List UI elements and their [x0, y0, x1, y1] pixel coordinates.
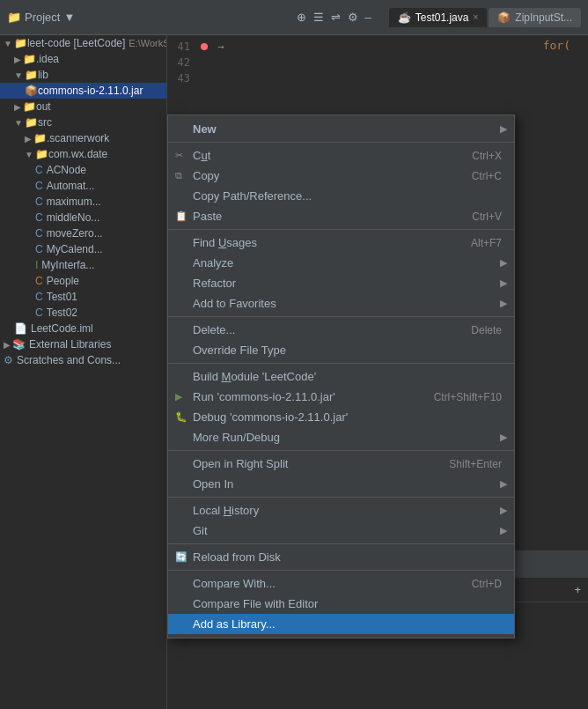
folder-icon: 📁 [25, 69, 38, 81]
sidebar-item-scratches[interactable]: ⚙ Scratches and Cons... [0, 352, 166, 368]
menu-find-label: Find Usages [193, 236, 257, 249]
menu-debug-label: Debug 'commons-io-2.11.0.jar' [193, 410, 348, 424]
menu-compare-editor-label: Compare File with Editor [193, 597, 318, 610]
paste-icon: 📋 [175, 210, 187, 222]
code-snippet-for: for( [543, 39, 570, 52]
menu-item-copy-path[interactable]: Copy Path/Reference... [168, 186, 514, 206]
breakpoint-indicator[interactable] [201, 43, 208, 50]
folder-icon: 📁 [14, 37, 27, 49]
menu-item-local-history[interactable]: Local History ▶ [168, 500, 514, 521]
menu-item-favorites[interactable]: Add to Favorites ▶ [168, 293, 514, 314]
sidebar-item-ext-libraries[interactable]: ▶ 📚 External Libraries [0, 336, 166, 352]
menu-item-git[interactable]: Git ▶ [168, 521, 514, 541]
sidebar-acnode-label: ACNode [47, 164, 86, 176]
sidebar-item-src[interactable]: ▼ 📁 src [0, 114, 166, 130]
menu-item-delete[interactable]: Delete... Delete [168, 320, 514, 340]
menu-open-in-label: Open In [193, 477, 233, 491]
folder-icon: 📁 [25, 116, 38, 129]
debug-icon: 🐛 [175, 411, 187, 423]
menu-item-add-library[interactable]: Add as Library... [168, 614, 514, 634]
menu-local-history-label: Local History [193, 504, 259, 517]
submenu-arrow-analyze: ▶ [500, 257, 507, 269]
sidebar-root-label: leet-code [LeetCode] [27, 37, 125, 49]
sidebar-item-acnode[interactable]: C ACNode [0, 162, 166, 178]
sidebar-item-maximum[interactable]: C maximum... [0, 194, 166, 210]
sidebar: ▼ 📁 leet-code [LeetCode] E:\WorkSpace\le… [0, 35, 167, 709]
sidebar-item-lib[interactable]: ▼ 📁 lib [0, 67, 166, 83]
separator-4 [168, 363, 514, 364]
menu-item-compare-editor[interactable]: Compare File with Editor [168, 594, 514, 614]
menu-item-analyze[interactable]: Analyze ▶ [168, 253, 514, 273]
project-selector[interactable]: 📁 Project ▼ [7, 11, 75, 24]
tab-test01-close[interactable]: × [473, 12, 478, 22]
sidebar-item-people[interactable]: C People [0, 273, 166, 289]
menu-copy-label: Copy [193, 169, 219, 182]
sidebar-item-commons-jar[interactable]: 📦 commons-io-2.11.0.jar [0, 83, 166, 99]
chevron-right-icon: ▶ [25, 134, 32, 144]
folder-icon: 📁 [7, 11, 21, 24]
sidebar-middleno-label: middleNo... [47, 211, 100, 224]
sidebar-item-test02[interactable]: C Test02 [0, 305, 166, 321]
tab-zipinputst[interactable]: 📦 ZipInputSt... [489, 8, 581, 27]
sidebar-item-automat[interactable]: C Automat... [0, 178, 166, 194]
menu-paste-label: Paste [193, 210, 222, 223]
paste-shortcut: Ctrl+V [454, 210, 502, 223]
sidebar-item-comwxdate[interactable]: ▼ 📁 com.wx.date [0, 146, 166, 162]
menu-item-open-right-split[interactable]: Open in Right Split Shift+Enter [168, 454, 514, 474]
menu-item-cut[interactable]: ✂ Cut Ctrl+X [168, 145, 514, 166]
sidebar-item-idea[interactable]: ▶ 📁 .idea [0, 51, 166, 67]
sidebar-out-label: out [36, 100, 51, 113]
chevron-right-icon: ▶ [14, 102, 21, 112]
sidebar-iml-label: LeetCode.iml [31, 322, 93, 335]
chevron-down-icon: ▼ [14, 70, 23, 80]
sidebar-test02-label: Test02 [47, 306, 77, 319]
java-class-icon-red: C [35, 275, 43, 287]
menu-item-override-filetype[interactable]: Override File Type [168, 340, 514, 360]
sidebar-item-out[interactable]: ▶ 📁 out [0, 99, 166, 114]
submenu-arrow-history: ▶ [500, 505, 507, 516]
menu-item-reload[interactable]: 🔄 Reload from Disk [168, 547, 514, 567]
menu-cut-label: Cut [193, 149, 210, 162]
separator-6 [168, 497, 514, 498]
settings-icon[interactable]: ⚙ [348, 11, 358, 24]
submenu-arrow-favorites: ▶ [500, 298, 507, 309]
sidebar-item-root[interactable]: ▼ 📁 leet-code [LeetCode] E:\WorkSpace\le… [0, 35, 166, 51]
chevron-down-icon: ▼ [14, 118, 23, 128]
tab-test01-label: Test01.java [415, 11, 469, 24]
menu-item-paste[interactable]: 📋 Paste Ctrl+V [168, 206, 514, 226]
menu-item-run[interactable]: ▶ Run 'commons-io-2.11.0.jar' Ctrl+Shift… [168, 387, 514, 407]
reload-icon: 🔄 [175, 551, 187, 563]
tab-test01[interactable]: ☕ Test01.java × [389, 8, 488, 27]
sidebar-item-movezero[interactable]: C moveZero... [0, 225, 166, 241]
menu-item-refactor[interactable]: Refactor ▶ [168, 273, 514, 293]
code-42-gutter: → [217, 41, 224, 53]
menu-item-open-in[interactable]: Open In ▶ [168, 474, 514, 494]
sidebar-item-scannerwork[interactable]: ▶ 📁 .scannerwork [0, 130, 166, 146]
menu-item-debug[interactable]: 🐛 Debug 'commons-io-2.11.0.jar' [168, 407, 514, 427]
java-class-icon: C [35, 243, 43, 255]
code-line-42: → [201, 39, 581, 55]
menu-git-label: Git [193, 524, 208, 537]
sidebar-item-mycalend[interactable]: C MyCalend... [0, 241, 166, 257]
root-path: E:\WorkSpace\leet-code [129, 38, 166, 48]
menu-item-copy[interactable]: ⧉ Copy Ctrl+C [168, 166, 514, 186]
sidebar-item-test01[interactable]: C Test01 [0, 289, 166, 305]
list-icon[interactable]: ☰ [313, 11, 324, 24]
menu-item-new[interactable]: New ▶ [168, 119, 514, 139]
menu-item-build-module[interactable]: Build Module 'LeetCode' [168, 366, 514, 387]
sidebar-item-myinterfa[interactable]: I MyInterfa... [0, 257, 166, 273]
sidebar-item-leetcode-iml[interactable]: 📄 LeetCode.iml [0, 321, 166, 336]
target-icon[interactable]: ⊕ [297, 11, 306, 24]
add-icon[interactable]: + [574, 583, 581, 596]
minimize-icon[interactable]: – [365, 11, 371, 24]
sidebar-myinterfa-label: MyInterfa... [41, 259, 94, 271]
menu-item-more-run[interactable]: More Run/Debug ▶ [168, 427, 514, 447]
menu-item-compare-with[interactable]: Compare With... Ctrl+D [168, 573, 514, 594]
sidebar-item-middleno[interactable]: C middleNo... [0, 210, 166, 225]
menu-item-find-usages[interactable]: Find Usages Alt+F7 [168, 233, 514, 253]
compare-icon[interactable]: ⇌ [331, 11, 341, 24]
folder-icon: 📁 [23, 53, 36, 65]
sidebar-lib-label: lib [38, 69, 48, 81]
java-class-icon: C [35, 227, 43, 240]
java-class-icon: C [35, 211, 43, 224]
